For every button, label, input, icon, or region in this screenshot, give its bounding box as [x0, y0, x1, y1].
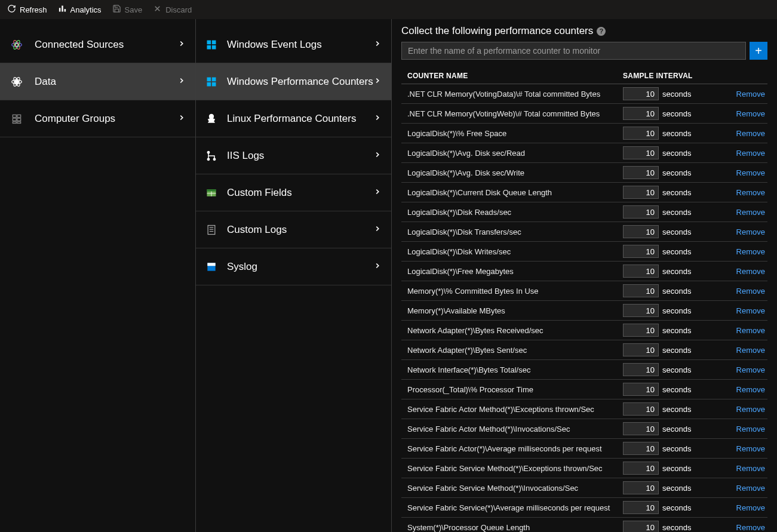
remove-link[interactable]: Remove: [730, 168, 767, 177]
remove-link[interactable]: Remove: [730, 484, 767, 493]
interval-unit: seconds: [662, 425, 691, 433]
interval-unit: seconds: [662, 227, 691, 236]
svg-rect-22: [212, 45, 216, 49]
nav-label: IIS Logs: [227, 150, 373, 162]
secondary-nav-item[interactable]: Custom Logs: [196, 211, 391, 248]
counter-name: Service Fabric Actor(*)\Average millisec…: [401, 444, 623, 453]
help-icon[interactable]: ?: [597, 27, 606, 36]
remove-link[interactable]: Remove: [730, 365, 767, 374]
remove-link[interactable]: Remove: [730, 227, 767, 236]
svg-rect-26: [212, 82, 216, 86]
remove-link[interactable]: Remove: [730, 523, 767, 532]
svg-rect-16: [17, 118, 21, 121]
counter-name: Service Fabric Service Method(*)\Invocat…: [401, 484, 623, 493]
interval-input[interactable]: [623, 324, 659, 337]
interval-input[interactable]: [623, 146, 659, 159]
counter-name: LogicalDisk(*)\% Free Space: [401, 129, 623, 138]
remove-link[interactable]: Remove: [730, 405, 767, 414]
analytics-button[interactable]: Analytics: [58, 4, 102, 15]
counter-row: LogicalDisk(*)\Disk Reads/secsecondsRemo…: [401, 202, 767, 222]
remove-link[interactable]: Remove: [730, 503, 767, 512]
remove-link[interactable]: Remove: [730, 247, 767, 256]
counter-row: LogicalDisk(*)\Avg. Disk sec/Writesecond…: [401, 163, 767, 183]
remove-link[interactable]: Remove: [730, 90, 767, 99]
interval-unit: seconds: [662, 523, 691, 532]
remove-link[interactable]: Remove: [730, 149, 767, 158]
interval-input[interactable]: [623, 363, 659, 376]
chevron-right-icon: [373, 39, 382, 50]
interval-input[interactable]: [623, 245, 659, 258]
interval-input[interactable]: [623, 422, 659, 435]
interval-input[interactable]: [623, 521, 659, 532]
remove-link[interactable]: Remove: [730, 188, 767, 197]
secondary-nav-item[interactable]: IIS Logs: [196, 137, 391, 174]
counter-name: LogicalDisk(*)\Disk Transfers/sec: [401, 227, 623, 236]
remove-link[interactable]: Remove: [730, 425, 767, 433]
interval-input[interactable]: [623, 205, 659, 219]
counter-row: .NET CLR Memory(VotingWeb)\# Total commi…: [401, 104, 767, 124]
interval-input[interactable]: [623, 127, 659, 140]
interval-input[interactable]: [623, 265, 659, 278]
remove-link[interactable]: Remove: [730, 385, 767, 394]
analytics-icon: [58, 4, 67, 15]
remove-link[interactable]: Remove: [730, 287, 767, 296]
save-button[interactable]: Save: [112, 4, 143, 15]
primary-nav-item[interactable]: Data: [0, 63, 195, 100]
counter-row: LogicalDisk(*)\Avg. Disk sec/Readseconds…: [401, 143, 767, 163]
chevron-right-icon: [177, 76, 186, 87]
interval-input[interactable]: [623, 383, 659, 396]
interval-unit: seconds: [662, 484, 691, 493]
interval-input[interactable]: [623, 107, 659, 120]
discard-button[interactable]: Discard: [153, 4, 192, 15]
interval-input[interactable]: [623, 186, 659, 199]
interval-input[interactable]: [623, 481, 659, 494]
remove-link[interactable]: Remove: [730, 464, 767, 473]
secondary-nav-item[interactable]: Custom Fields: [196, 174, 391, 211]
svg-rect-13: [13, 115, 16, 117]
primary-nav-item[interactable]: Connected Sources: [0, 26, 195, 63]
svg-rect-39: [207, 263, 215, 266]
counter-row: Network Interface(*)\Bytes Total/secseco…: [401, 360, 767, 380]
interval-unit: seconds: [662, 149, 691, 158]
remove-link[interactable]: Remove: [730, 109, 767, 118]
secondary-nav-item[interactable]: Syslog: [196, 248, 391, 285]
primary-nav-item[interactable]: Computer Groups: [0, 100, 195, 137]
secondary-nav-item[interactable]: Linux Performance Counters: [196, 100, 391, 137]
counter-name: LogicalDisk(*)\Current Disk Queue Length: [401, 188, 623, 197]
remove-link[interactable]: Remove: [730, 267, 767, 276]
counter-name: .NET CLR Memory(VotingWeb)\# Total commi…: [401, 109, 623, 118]
counter-name: Network Interface(*)\Bytes Total/sec: [401, 365, 623, 374]
interval-input[interactable]: [623, 442, 659, 455]
interval-input[interactable]: [623, 225, 659, 238]
interval-input[interactable]: [623, 304, 659, 317]
remove-link[interactable]: Remove: [730, 129, 767, 138]
nav-label: Windows Performance Counters: [227, 76, 373, 88]
interval-input[interactable]: [623, 402, 659, 416]
linux-icon: [203, 113, 220, 125]
remove-link[interactable]: Remove: [730, 346, 767, 355]
secondary-nav-item[interactable]: Windows Performance Counters: [196, 63, 391, 100]
remove-link[interactable]: Remove: [730, 326, 767, 335]
remove-link[interactable]: Remove: [730, 306, 767, 315]
secondary-nav-item[interactable]: Windows Event Logs: [196, 26, 391, 63]
interval-input[interactable]: [623, 501, 659, 514]
interval-input[interactable]: [623, 462, 659, 475]
interval-input[interactable]: [623, 166, 659, 179]
remove-link[interactable]: Remove: [730, 444, 767, 453]
computer-groups-icon: [10, 113, 24, 125]
counter-row: Service Fabric Actor(*)\Average millisec…: [401, 439, 767, 459]
interval-input[interactable]: [623, 343, 659, 356]
counter-row: Service Fabric Service(*)\Average millis…: [401, 498, 767, 518]
counter-name-input[interactable]: [401, 42, 746, 60]
interval-input[interactable]: [623, 87, 659, 100]
interval-unit: seconds: [662, 168, 691, 177]
remove-link[interactable]: Remove: [730, 208, 767, 217]
counter-name: Network Adapter(*)\Bytes Received/sec: [401, 326, 623, 335]
chevron-right-icon: [177, 113, 186, 124]
save-label: Save: [125, 5, 143, 14]
add-counter-button[interactable]: +: [750, 42, 767, 60]
counter-row: Memory(*)\% Committed Bytes In Usesecond…: [401, 281, 767, 301]
refresh-button[interactable]: Refresh: [7, 4, 47, 15]
counter-name: Network Adapter(*)\Bytes Sent/sec: [401, 346, 623, 355]
interval-input[interactable]: [623, 284, 659, 297]
